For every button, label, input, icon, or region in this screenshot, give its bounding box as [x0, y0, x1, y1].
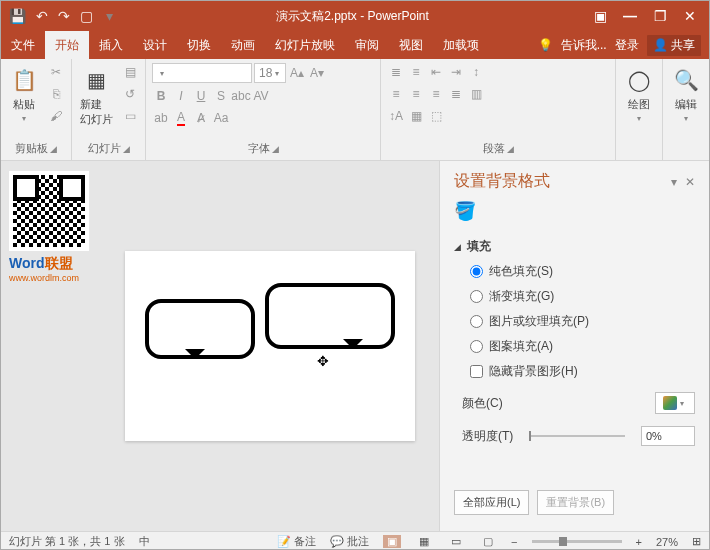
tab-transition[interactable]: 切换: [177, 31, 221, 59]
fill-tab-icon[interactable]: 🪣: [454, 200, 695, 222]
format-painter-icon[interactable]: 🖌: [47, 107, 65, 125]
slide[interactable]: ✥: [125, 251, 415, 441]
gradient-fill-radio[interactable]: 渐变填充(G): [470, 288, 695, 305]
align-right-icon[interactable]: ≡: [427, 85, 445, 103]
bold-icon[interactable]: B: [152, 87, 170, 105]
align-left-icon[interactable]: ≡: [387, 85, 405, 103]
reset-background-button[interactable]: 重置背景(B): [537, 490, 614, 515]
qat-customize-icon[interactable]: ▾: [103, 8, 116, 24]
font-family-combo[interactable]: ▾: [152, 63, 252, 83]
spacing-icon[interactable]: AV: [252, 87, 270, 105]
tab-design[interactable]: 设计: [133, 31, 177, 59]
hide-graphics-checkbox[interactable]: 隐藏背景图形(H): [470, 363, 695, 380]
pattern-fill-radio[interactable]: 图案填充(A): [470, 338, 695, 355]
bullets-icon[interactable]: ≣: [387, 63, 405, 81]
tab-home[interactable]: 开始: [45, 31, 89, 59]
reading-view-icon[interactable]: ▭: [447, 535, 465, 548]
drawing-button[interactable]: ◯ 绘图 ▾: [622, 63, 656, 125]
tab-file[interactable]: 文件: [1, 31, 45, 59]
line-spacing-icon[interactable]: ↕: [467, 63, 485, 81]
language-indicator[interactable]: 中: [139, 534, 150, 549]
shadow-icon[interactable]: abc: [232, 87, 250, 105]
slide-canvas[interactable]: ✥: [101, 161, 439, 531]
copy-icon[interactable]: ⎘: [47, 85, 65, 103]
speech-bubble-shape[interactable]: [265, 283, 395, 349]
slide-indicator[interactable]: 幻灯片 第 1 张，共 1 张: [9, 534, 125, 549]
underline-icon[interactable]: U: [192, 87, 210, 105]
close-icon[interactable]: ✕: [677, 8, 703, 24]
color-picker-button[interactable]: ▾: [655, 392, 695, 414]
layout-icon[interactable]: ▤: [121, 63, 139, 81]
panel-menu-icon[interactable]: ▾: [671, 175, 677, 189]
align-text-icon[interactable]: ▦: [407, 107, 425, 125]
speech-bubble-shape[interactable]: [145, 299, 255, 359]
dialog-launcher-icon[interactable]: ◢: [272, 144, 279, 154]
fill-section-header[interactable]: ◢填充: [454, 238, 695, 255]
save-icon[interactable]: 💾: [9, 8, 26, 24]
fit-window-icon[interactable]: ⊞: [692, 535, 701, 548]
statusbar: 幻灯片 第 1 张，共 1 张 中 📝 备注 💬 批注 ▣ ▦ ▭ ▢ − + …: [1, 531, 709, 550]
window-title: 演示文稿2.pptx - PowerPoint: [124, 8, 581, 25]
highlight-icon[interactable]: ab: [152, 109, 170, 127]
zoom-out-icon[interactable]: −: [511, 536, 517, 548]
share-button[interactable]: 👤 共享: [647, 35, 701, 56]
align-center-icon[interactable]: ≡: [407, 85, 425, 103]
tab-animation[interactable]: 动画: [221, 31, 265, 59]
editing-button[interactable]: 🔍 编辑 ▾: [669, 63, 703, 125]
minimize-icon[interactable]: —: [617, 8, 643, 24]
apply-all-button[interactable]: 全部应用(L): [454, 490, 529, 515]
panel-close-icon[interactable]: ✕: [685, 175, 695, 189]
grow-font-icon[interactable]: A▴: [288, 64, 306, 82]
numbering-icon[interactable]: ≡: [407, 63, 425, 81]
font-color-icon[interactable]: A: [172, 109, 190, 127]
justify-icon[interactable]: ≣: [447, 85, 465, 103]
reset-icon[interactable]: ↺: [121, 85, 139, 103]
watermark-url: www.wordlm.com: [9, 273, 93, 283]
notes-button[interactable]: 📝 备注: [277, 534, 316, 549]
sorter-view-icon[interactable]: ▦: [415, 535, 433, 548]
comments-button[interactable]: 💬 批注: [330, 534, 369, 549]
tab-review[interactable]: 审阅: [345, 31, 389, 59]
strike-icon[interactable]: S: [212, 87, 230, 105]
signin-link[interactable]: 登录: [615, 37, 639, 54]
dialog-launcher-icon[interactable]: ◢: [50, 144, 57, 154]
tab-addins[interactable]: 加载项: [433, 31, 489, 59]
slideshow-view-icon[interactable]: ▢: [479, 535, 497, 548]
new-slide-button[interactable]: ▦ 新建 幻灯片: [78, 63, 115, 129]
new-slide-icon: ▦: [82, 65, 112, 95]
undo-icon[interactable]: ↶: [36, 8, 48, 24]
zoom-slider[interactable]: [532, 540, 622, 543]
shrink-font-icon[interactable]: A▾: [308, 64, 326, 82]
redo-icon[interactable]: ↷: [58, 8, 70, 24]
start-slideshow-icon[interactable]: ▢: [80, 8, 93, 24]
indent-decrease-icon[interactable]: ⇤: [427, 63, 445, 81]
tab-slideshow[interactable]: 幻灯片放映: [265, 31, 345, 59]
tell-me[interactable]: 告诉我...: [561, 37, 607, 54]
clear-format-icon[interactable]: A̷: [192, 109, 210, 127]
smartart-icon[interactable]: ⬚: [427, 107, 445, 125]
dialog-launcher-icon[interactable]: ◢: [507, 144, 514, 154]
transparency-spinner[interactable]: 0%: [641, 426, 695, 446]
picture-fill-radio[interactable]: 图片或纹理填充(P): [470, 313, 695, 330]
section-icon[interactable]: ▭: [121, 107, 139, 125]
text-direction-icon[interactable]: ↕A: [387, 107, 405, 125]
ribbon: 📋 粘贴 ▾ ✂ ⎘ 🖌 剪贴板◢ ▦ 新建 幻灯片 ▤ ↺ ▭ 幻灯片◢: [1, 59, 709, 161]
columns-icon[interactable]: ▥: [467, 85, 485, 103]
zoom-in-icon[interactable]: +: [636, 536, 642, 548]
ribbon-options-icon[interactable]: ▣: [587, 8, 613, 24]
font-size-combo[interactable]: 18▾: [254, 63, 286, 83]
transparency-slider[interactable]: [529, 435, 625, 437]
restore-icon[interactable]: ❐: [647, 8, 673, 24]
panel-title: 设置背景格式: [454, 171, 550, 192]
tab-view[interactable]: 视图: [389, 31, 433, 59]
italic-icon[interactable]: I: [172, 87, 190, 105]
indent-increase-icon[interactable]: ⇥: [447, 63, 465, 81]
zoom-level[interactable]: 27%: [656, 536, 678, 548]
tab-insert[interactable]: 插入: [89, 31, 133, 59]
solid-fill-radio[interactable]: 纯色填充(S): [470, 263, 695, 280]
cut-icon[interactable]: ✂: [47, 63, 65, 81]
dialog-launcher-icon[interactable]: ◢: [123, 144, 130, 154]
normal-view-icon[interactable]: ▣: [383, 535, 401, 548]
change-case-icon[interactable]: Aa: [212, 109, 230, 127]
paste-button[interactable]: 📋 粘贴 ▾: [7, 63, 41, 125]
